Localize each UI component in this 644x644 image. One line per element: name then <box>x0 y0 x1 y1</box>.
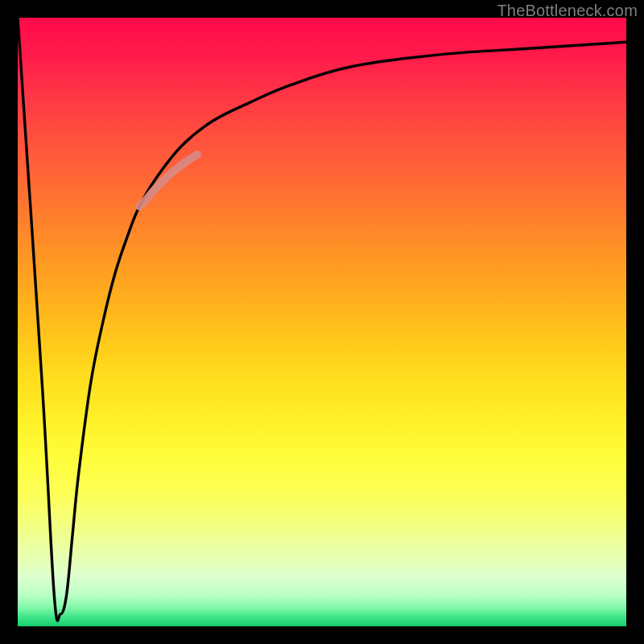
watermark-text: TheBottleneck.com <box>497 2 638 20</box>
chart-container: TheBottleneck.com <box>0 0 644 644</box>
curve-layer <box>18 18 626 626</box>
bottleneck-curve <box>18 18 626 621</box>
plot-area <box>18 18 626 626</box>
